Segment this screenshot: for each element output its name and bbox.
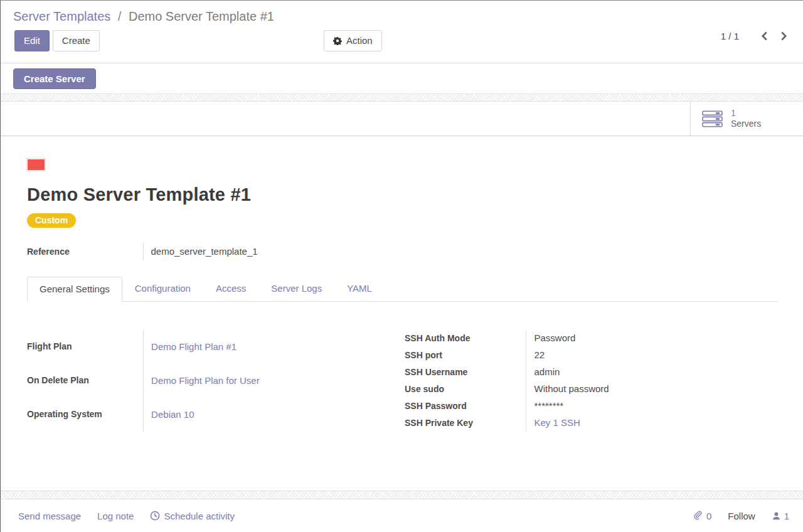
- custom-badge: Custom: [27, 213, 76, 228]
- control-panel-buttons: Edit Create Action 1 / 1: [1, 30, 803, 51]
- ssh-auth-mode-label: SSH Auth Mode: [405, 329, 526, 346]
- operating-system-label: Operating System: [27, 397, 144, 431]
- ssh-password-value: ********: [526, 397, 778, 414]
- create-button[interactable]: Create: [53, 30, 100, 51]
- send-message-link[interactable]: Send message: [18, 511, 81, 521]
- tab-content: Flight Plan Demo Flight Plan #1 On Delet…: [27, 329, 778, 431]
- control-panel: Server Templates / Demo Server Template …: [1, 1, 803, 63]
- tab-general-settings[interactable]: General Settings: [27, 277, 122, 302]
- field-ssh-password: SSH Password ********: [405, 397, 778, 414]
- reference-field: Reference demo_server_template_1: [27, 243, 407, 260]
- field-ssh-port: SSH port 22: [405, 346, 778, 363]
- use-sudo-value: Without password: [526, 380, 778, 397]
- ssh-port-value: 22: [526, 346, 778, 363]
- create-server-button[interactable]: Create Server: [13, 68, 96, 89]
- statusbar: Create Server: [1, 63, 803, 93]
- reference-value: demo_server_template_1: [143, 243, 407, 260]
- action-button[interactable]: Action: [324, 30, 382, 51]
- button-box-row: 1 Servers: [1, 102, 803, 136]
- field-group-left: Flight Plan Demo Flight Plan #1 On Delet…: [27, 329, 405, 431]
- attachments-count: 0: [706, 511, 711, 521]
- ssh-password-label: SSH Password: [405, 397, 526, 414]
- tab-yaml[interactable]: YAML: [334, 276, 385, 301]
- breadcrumb-separator: /: [118, 9, 122, 23]
- reference-label: Reference: [27, 243, 143, 260]
- ssh-auth-mode-value: Password: [526, 329, 778, 346]
- ssh-private-key-value[interactable]: Key 1 SSH: [526, 414, 778, 431]
- divider-hatch-bottom: [1, 491, 803, 499]
- pager-previous-button[interactable]: [759, 30, 770, 42]
- template-image[interactable]: [27, 159, 45, 171]
- servers-stat-button[interactable]: 1 Servers: [690, 102, 803, 136]
- paperclip-icon: [694, 511, 703, 521]
- ssh-username-label: SSH Username: [405, 363, 526, 380]
- use-sudo-label: Use sudo: [405, 380, 526, 397]
- on-delete-plan-value[interactable]: Demo Flight Plan for User: [144, 363, 405, 397]
- field-operating-system: Operating System Debian 10: [27, 397, 405, 431]
- field-ssh-private-key: SSH Private Key Key 1 SSH: [405, 414, 778, 431]
- tab-server-logs[interactable]: Server Logs: [258, 276, 334, 301]
- user-icon: [772, 511, 781, 521]
- chevron-left-icon: [760, 31, 768, 41]
- breadcrumb-parent-link[interactable]: Server Templates: [13, 9, 110, 23]
- breadcrumb: Server Templates / Demo Server Template …: [1, 1, 803, 24]
- form-sheet: Demo Server Template #1 Custom Reference…: [1, 136, 803, 491]
- field-group-right: SSH Auth Mode Password SSH port 22 SSH U…: [405, 329, 778, 431]
- breadcrumb-current: Demo Server Template #1: [129, 9, 274, 23]
- clock-icon: [150, 511, 160, 521]
- schedule-activity-label: Schedule activity: [164, 511, 235, 521]
- action-button-label: Action: [346, 35, 373, 47]
- tab-bar: General Settings Configuration Access Se…: [27, 276, 778, 302]
- field-ssh-auth-mode: SSH Auth Mode Password: [405, 329, 778, 346]
- field-on-delete-plan: On Delete Plan Demo Flight Plan for User: [27, 363, 405, 397]
- ssh-username-value: admin: [526, 363, 778, 380]
- app-window: Server Templates / Demo Server Template …: [0, 0, 803, 532]
- chevron-right-icon: [780, 31, 788, 41]
- followers-count: 1: [784, 511, 789, 521]
- record-title: Demo Server Template #1: [27, 184, 778, 205]
- ssh-port-label: SSH port: [405, 346, 526, 363]
- gear-icon: [333, 36, 342, 45]
- log-note-link[interactable]: Log note: [97, 511, 134, 521]
- servers-count: 1: [731, 108, 761, 119]
- tab-access[interactable]: Access: [203, 276, 258, 301]
- flight-plan-label: Flight Plan: [27, 329, 144, 363]
- flight-plan-value[interactable]: Demo Flight Plan #1: [144, 329, 405, 363]
- server-stack-icon: [702, 110, 723, 127]
- tab-configuration[interactable]: Configuration: [122, 276, 203, 301]
- on-delete-plan-label: On Delete Plan: [27, 363, 144, 397]
- servers-label: Servers: [731, 119, 761, 129]
- edit-button[interactable]: Edit: [14, 30, 50, 51]
- field-flight-plan: Flight Plan Demo Flight Plan #1: [27, 329, 405, 363]
- divider-hatch-top: [1, 93, 803, 102]
- chatter-bar: Send message Log note Schedule activity: [1, 499, 803, 532]
- followers-button[interactable]: 1: [772, 511, 789, 521]
- attachments-button[interactable]: 0: [694, 511, 711, 521]
- pager-value: 1 / 1: [721, 31, 739, 41]
- operating-system-value[interactable]: Debian 10: [144, 397, 405, 431]
- ssh-private-key-label: SSH Private Key: [405, 414, 526, 431]
- schedule-activity-link[interactable]: Schedule activity: [150, 511, 235, 521]
- field-ssh-username: SSH Username admin: [405, 363, 778, 380]
- follow-button[interactable]: Follow: [728, 511, 755, 521]
- field-use-sudo: Use sudo Without password: [405, 380, 778, 397]
- pager-next-button[interactable]: [779, 30, 789, 42]
